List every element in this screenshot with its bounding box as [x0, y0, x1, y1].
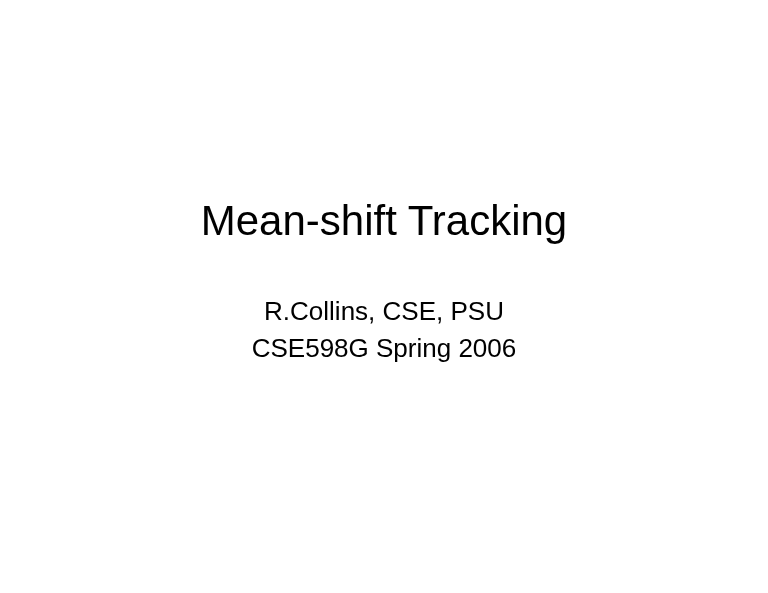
slide-container: Mean-shift Tracking R.Collins, CSE, PSU …	[0, 197, 768, 366]
slide-author: R.Collins, CSE, PSU	[40, 293, 728, 329]
slide-course: CSE598G Spring 2006	[40, 330, 728, 366]
slide-title: Mean-shift Tracking	[40, 197, 728, 245]
